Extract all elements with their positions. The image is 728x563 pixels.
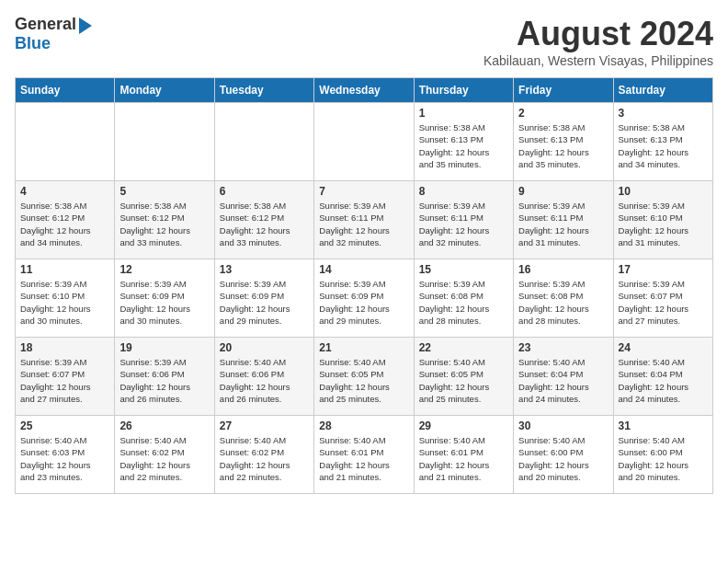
week-row-2: 11Sunrise: 5:39 AM Sunset: 6:10 PM Dayli… — [16, 259, 713, 338]
calendar-cell: 6Sunrise: 5:38 AM Sunset: 6:12 PM Daylig… — [214, 181, 313, 259]
week-row-3: 18Sunrise: 5:39 AM Sunset: 6:07 PM Dayli… — [16, 338, 713, 416]
day-number: 13 — [220, 263, 309, 276]
calendar-cell: 26Sunrise: 5:40 AM Sunset: 6:02 PM Dayli… — [115, 416, 214, 494]
calendar-cell: 29Sunrise: 5:40 AM Sunset: 6:01 PM Dayli… — [414, 416, 513, 494]
weekday-header-row: SundayMondayTuesdayWednesdayThursdayFrid… — [16, 78, 713, 103]
calendar-cell: 16Sunrise: 5:39 AM Sunset: 6:08 PM Dayli… — [514, 259, 613, 338]
day-number: 11 — [20, 263, 109, 276]
day-number: 23 — [518, 341, 608, 354]
day-number: 29 — [419, 419, 508, 432]
calendar-cell: 18Sunrise: 5:39 AM Sunset: 6:07 PM Dayli… — [16, 338, 115, 416]
day-info: Sunrise: 5:40 AM Sunset: 6:05 PM Dayligh… — [319, 356, 408, 405]
day-number: 15 — [419, 263, 508, 276]
day-info: Sunrise: 5:39 AM Sunset: 6:11 PM Dayligh… — [518, 200, 608, 248]
weekday-header-sunday: Sunday — [16, 78, 115, 103]
day-number: 22 — [419, 341, 508, 354]
day-info: Sunrise: 5:39 AM Sunset: 6:07 PM Dayligh… — [20, 356, 109, 405]
calendar-cell: 17Sunrise: 5:39 AM Sunset: 6:07 PM Dayli… — [613, 259, 712, 338]
day-info: Sunrise: 5:40 AM Sunset: 6:04 PM Dayligh… — [518, 356, 608, 405]
calendar-cell: 4Sunrise: 5:38 AM Sunset: 6:12 PM Daylig… — [16, 181, 115, 259]
header: General Blue August 2024 Kabilauan, West… — [15, 15, 713, 68]
day-number: 3 — [619, 107, 708, 120]
weekday-header-saturday: Saturday — [613, 78, 712, 103]
day-number: 28 — [319, 419, 408, 432]
calendar-cell — [16, 103, 115, 181]
day-info: Sunrise: 5:40 AM Sunset: 6:02 PM Dayligh… — [220, 434, 309, 483]
day-number: 6 — [220, 185, 309, 198]
day-info: Sunrise: 5:40 AM Sunset: 6:00 PM Dayligh… — [619, 434, 708, 483]
calendar-cell — [314, 103, 414, 181]
day-info: Sunrise: 5:38 AM Sunset: 6:13 PM Dayligh… — [518, 121, 608, 170]
day-number: 25 — [20, 419, 109, 432]
weekday-header-monday: Monday — [115, 78, 214, 103]
day-info: Sunrise: 5:39 AM Sunset: 6:11 PM Dayligh… — [419, 200, 508, 248]
calendar-cell: 28Sunrise: 5:40 AM Sunset: 6:01 PM Dayli… — [314, 416, 414, 494]
day-info: Sunrise: 5:38 AM Sunset: 6:13 PM Dayligh… — [619, 121, 708, 170]
day-info: Sunrise: 5:40 AM Sunset: 6:00 PM Dayligh… — [518, 434, 608, 483]
day-number: 12 — [119, 263, 209, 276]
day-info: Sunrise: 5:39 AM Sunset: 6:07 PM Dayligh… — [619, 278, 708, 327]
day-info: Sunrise: 5:40 AM Sunset: 6:01 PM Dayligh… — [319, 434, 408, 483]
day-info: Sunrise: 5:39 AM Sunset: 6:06 PM Dayligh… — [119, 356, 209, 405]
day-number: 21 — [319, 341, 408, 354]
day-number: 8 — [419, 185, 508, 198]
day-number: 5 — [119, 185, 209, 198]
calendar-cell: 10Sunrise: 5:39 AM Sunset: 6:10 PM Dayli… — [613, 181, 712, 259]
day-number: 7 — [319, 185, 408, 198]
logo-arrow-icon — [79, 17, 92, 34]
calendar-cell: 14Sunrise: 5:39 AM Sunset: 6:09 PM Dayli… — [314, 259, 414, 338]
day-number: 2 — [518, 107, 608, 120]
day-number: 14 — [319, 263, 408, 276]
weekday-header-wednesday: Wednesday — [314, 78, 414, 103]
calendar-cell: 30Sunrise: 5:40 AM Sunset: 6:00 PM Dayli… — [514, 416, 613, 494]
logo-general: General — [15, 15, 76, 34]
main-title: August 2024 — [483, 15, 713, 53]
day-info: Sunrise: 5:38 AM Sunset: 6:12 PM Dayligh… — [220, 200, 309, 248]
calendar-cell: 7Sunrise: 5:39 AM Sunset: 6:11 PM Daylig… — [314, 181, 414, 259]
calendar-cell: 20Sunrise: 5:40 AM Sunset: 6:06 PM Dayli… — [214, 338, 313, 416]
logo-blue: Blue — [15, 34, 51, 52]
subtitle: Kabilauan, Western Visayas, Philippines — [483, 53, 713, 68]
week-row-4: 25Sunrise: 5:40 AM Sunset: 6:03 PM Dayli… — [16, 416, 713, 494]
weekday-header-thursday: Thursday — [414, 78, 513, 103]
day-info: Sunrise: 5:39 AM Sunset: 6:09 PM Dayligh… — [319, 278, 408, 327]
day-info: Sunrise: 5:38 AM Sunset: 6:12 PM Dayligh… — [119, 200, 209, 248]
calendar-cell: 5Sunrise: 5:38 AM Sunset: 6:12 PM Daylig… — [115, 181, 214, 259]
title-section: August 2024 Kabilauan, Western Visayas, … — [483, 15, 713, 68]
day-info: Sunrise: 5:39 AM Sunset: 6:09 PM Dayligh… — [119, 278, 209, 327]
calendar-cell: 31Sunrise: 5:40 AM Sunset: 6:00 PM Dayli… — [613, 416, 712, 494]
calendar-cell: 15Sunrise: 5:39 AM Sunset: 6:08 PM Dayli… — [414, 259, 513, 338]
day-info: Sunrise: 5:38 AM Sunset: 6:13 PM Dayligh… — [419, 121, 508, 170]
calendar-cell: 12Sunrise: 5:39 AM Sunset: 6:09 PM Dayli… — [115, 259, 214, 338]
day-number: 27 — [220, 419, 309, 432]
week-row-0: 1Sunrise: 5:38 AM Sunset: 6:13 PM Daylig… — [16, 103, 713, 181]
day-number: 20 — [220, 341, 309, 354]
calendar-table: SundayMondayTuesdayWednesdayThursdayFrid… — [15, 77, 713, 494]
day-number: 24 — [619, 341, 708, 354]
day-info: Sunrise: 5:39 AM Sunset: 6:11 PM Dayligh… — [319, 200, 408, 248]
weekday-header-friday: Friday — [514, 78, 613, 103]
logo: General Blue — [15, 15, 92, 53]
day-number: 26 — [119, 419, 209, 432]
calendar-cell — [214, 103, 313, 181]
day-number: 1 — [419, 107, 508, 120]
calendar-cell: 13Sunrise: 5:39 AM Sunset: 6:09 PM Dayli… — [214, 259, 313, 338]
calendar-cell: 11Sunrise: 5:39 AM Sunset: 6:10 PM Dayli… — [16, 259, 115, 338]
calendar-cell: 9Sunrise: 5:39 AM Sunset: 6:11 PM Daylig… — [514, 181, 613, 259]
day-info: Sunrise: 5:39 AM Sunset: 6:08 PM Dayligh… — [518, 278, 608, 327]
day-number: 30 — [518, 419, 608, 432]
week-row-1: 4Sunrise: 5:38 AM Sunset: 6:12 PM Daylig… — [16, 181, 713, 259]
day-info: Sunrise: 5:38 AM Sunset: 6:12 PM Dayligh… — [20, 200, 109, 248]
day-info: Sunrise: 5:40 AM Sunset: 6:03 PM Dayligh… — [20, 434, 109, 483]
day-number: 16 — [518, 263, 608, 276]
day-number: 9 — [518, 185, 608, 198]
day-number: 10 — [619, 185, 708, 198]
calendar-cell: 22Sunrise: 5:40 AM Sunset: 6:05 PM Dayli… — [414, 338, 513, 416]
day-info: Sunrise: 5:40 AM Sunset: 6:05 PM Dayligh… — [419, 356, 508, 405]
calendar-cell: 27Sunrise: 5:40 AM Sunset: 6:02 PM Dayli… — [214, 416, 313, 494]
calendar-cell: 3Sunrise: 5:38 AM Sunset: 6:13 PM Daylig… — [613, 103, 712, 181]
day-number: 18 — [20, 341, 109, 354]
day-number: 17 — [619, 263, 708, 276]
day-info: Sunrise: 5:40 AM Sunset: 6:04 PM Dayligh… — [619, 356, 708, 405]
day-info: Sunrise: 5:40 AM Sunset: 6:02 PM Dayligh… — [119, 434, 209, 483]
